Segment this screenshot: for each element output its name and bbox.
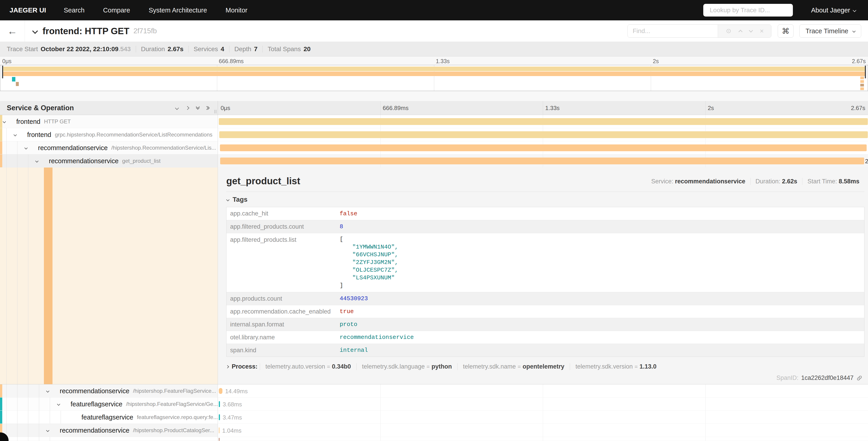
chevron-down-icon: [853, 8, 857, 12]
chevron-down-icon: [852, 29, 856, 33]
depth-value: 7: [254, 46, 258, 53]
selected-span-color-band: [44, 168, 53, 384]
span-operation-name: /hipstershop.ProductCatalogSer...: [133, 427, 214, 434]
nav-item-search[interactable]: Search: [64, 6, 85, 14]
span-row-partial[interactable]: [0, 437, 868, 441]
collapse-span-icon[interactable]: [13, 133, 17, 136]
span-duration-bar[interactable]: [220, 157, 864, 164]
service-color-bar: [0, 398, 2, 410]
trace-id-lookup-box[interactable]: [703, 4, 793, 17]
nav-item-system-architecture[interactable]: System Architecture: [149, 6, 207, 14]
tags-label: Tags: [232, 196, 248, 203]
span-operation-name: /hipstershop.RecommendationService/Lis..…: [111, 145, 216, 151]
tick-label: 0μs: [2, 58, 11, 64]
view-selector-button[interactable]: Trace Timeline: [800, 25, 861, 37]
next-match-icon[interactable]: [749, 28, 753, 32]
collapse-span-icon[interactable]: [57, 403, 60, 406]
tag-key: app.filtered_products.list: [226, 233, 340, 243]
collapse-one-icon[interactable]: [175, 106, 179, 110]
span-row[interactable]: featureflagservice /hipstershop.FeatureF…: [0, 398, 868, 411]
span-detail-panel: get_product_list Service: recommendation…: [218, 168, 868, 384]
column-resize-handle[interactable]: [215, 110, 216, 113]
keyboard-shortcuts-button[interactable]: ⌘: [778, 25, 794, 37]
expand-all-icon[interactable]: [207, 107, 209, 109]
span-row-selected[interactable]: recommendationservice get_product_list 2…: [0, 154, 868, 168]
process-item: telemetry.sdk.language=python: [356, 363, 457, 370]
depth-label: Depth: [235, 46, 251, 53]
tick-label: 666.89ms: [219, 58, 244, 64]
span-service-name: recommendationservice: [60, 387, 129, 395]
span-duration-bar[interactable]: [219, 428, 219, 433]
span-operation-name: get_product_list: [122, 158, 160, 164]
span-row[interactable]: frontend HTTP GET: [0, 115, 868, 128]
process-label: Process:: [232, 363, 257, 370]
service-operation-header: Service & Operation: [0, 101, 218, 115]
tag-key: app.cache_hit: [226, 210, 340, 217]
process-item: telemetry.sdk.version=1.13.0: [570, 363, 662, 370]
tick-label: 2s: [708, 105, 714, 112]
tick-label: 666.89ms: [383, 105, 408, 112]
list-item: "1YMWWN1N4O",: [340, 243, 398, 251]
back-button[interactable]: ←: [0, 20, 25, 42]
collapse-span-icon[interactable]: [35, 159, 38, 163]
collapse-span-icon[interactable]: [46, 429, 49, 432]
tick-label: 2.67s: [851, 105, 865, 112]
focus-match-icon[interactable]: [725, 28, 732, 34]
about-jaeger-menu[interactable]: About Jaeger: [811, 6, 856, 14]
range-drag-handle-right[interactable]: [865, 66, 866, 78]
span-duration-bar[interactable]: [220, 144, 867, 151]
service-color-bar: [0, 141, 2, 154]
range-drag-handle-left[interactable]: [2, 66, 3, 78]
minimap-span-bar: [860, 80, 864, 83]
collapse-span-icon[interactable]: [25, 146, 28, 149]
span-duration-bar[interactable]: [219, 118, 868, 125]
minimap-span-bar: [860, 84, 864, 86]
previous-match-icon[interactable]: [739, 30, 743, 34]
chevron-right-icon: [226, 365, 229, 368]
minimap-span-bar: [860, 87, 864, 90]
trace-id-short: 2f715fb: [133, 27, 157, 35]
span-row[interactable]: recommendationservice /hipstershop.Produ…: [0, 424, 868, 437]
tag-key: app.recommendation.cache_enabled: [226, 308, 340, 315]
span-duration-bar[interactable]: [219, 401, 220, 407]
tag-row: app.cache_hit false: [226, 207, 864, 220]
span-id-value: 1ca2262df0e18447: [801, 375, 854, 381]
expand-one-icon[interactable]: [186, 106, 189, 110]
trace-minimap: 0μs 666.89ms 1.33s 2s 2.67s: [0, 57, 868, 91]
tag-value: 44530923: [340, 295, 368, 302]
link-icon[interactable]: [856, 375, 863, 381]
app-logo[interactable]: JAEGER UI: [9, 6, 46, 14]
span-duration-bar[interactable]: [219, 414, 220, 420]
span-operation-name: /hipstershop.FeatureFlagService...: [133, 388, 216, 394]
span-row[interactable]: recommendationservice /hipstershop.Featu…: [0, 384, 868, 398]
collapse-all-icon[interactable]: [196, 106, 199, 110]
tag-value-list: [ "1YMWWN1N4O", "66VCHSJNUP", "2ZYFJ3GM2…: [340, 233, 398, 292]
find-group: ×: [627, 25, 771, 37]
tag-row: app.products.count 44530923: [226, 292, 864, 305]
find-buttons: ×: [718, 25, 771, 37]
minimap-canvas[interactable]: [0, 65, 868, 91]
span-operation-name: HTTP GET: [44, 118, 71, 125]
span-row[interactable]: recommendationservice /hipstershop.Recom…: [0, 141, 868, 154]
span-duration-bar[interactable]: [219, 438, 219, 441]
tags-section-toggle[interactable]: Tags: [227, 196, 864, 203]
find-input[interactable]: [628, 25, 718, 37]
process-section-toggle[interactable]: Process: telemetry.auto.version=0.34b0 t…: [226, 363, 864, 370]
tag-row: app.recommendation.cache_enabled true: [226, 305, 864, 318]
span-row[interactable]: frontend grpc.hipstershop.Recommendation…: [0, 128, 868, 141]
span-row[interactable]: featureflagservice featureflagservice.re…: [0, 411, 868, 424]
collapse-span-icon[interactable]: [46, 389, 49, 392]
nav-item-compare[interactable]: Compare: [103, 6, 130, 14]
span-operation-name: featureflagservice.repo.query:fe...: [137, 414, 218, 420]
trace-id-lookup-input[interactable]: [710, 6, 791, 14]
timeline-header-ticks: 0μs 666.89ms 1.33s 2s 2.67s: [218, 101, 868, 115]
clear-find-icon[interactable]: ×: [760, 28, 764, 34]
tag-value: internal: [340, 347, 368, 354]
collapse-trace-chevron-icon[interactable]: [32, 28, 38, 34]
collapse-span-icon[interactable]: [3, 120, 6, 123]
trace-summary-bar: Trace Start October 22 2022, 22:10:09 .5…: [0, 42, 868, 57]
span-duration-bar[interactable]: [219, 131, 868, 138]
trace-start-fraction: .543: [118, 46, 131, 53]
nav-item-monitor[interactable]: Monitor: [226, 6, 248, 14]
span-duration-bar[interactable]: [219, 388, 222, 394]
